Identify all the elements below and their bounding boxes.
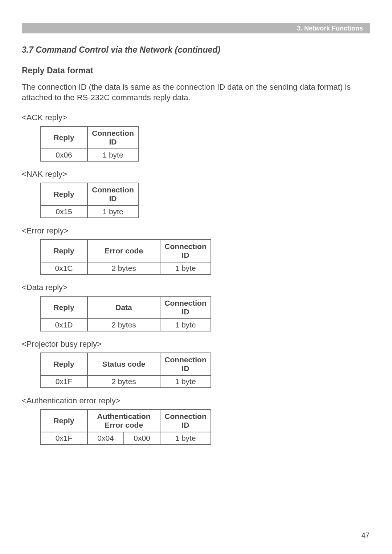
col-reply: Reply bbox=[40, 183, 87, 205]
col-auth-error-code: Authentication Error code bbox=[87, 410, 160, 432]
cell-conn-value: 1 byte bbox=[160, 432, 211, 444]
page-number: 47 bbox=[362, 531, 369, 539]
cell-conn-value: 1 byte bbox=[87, 149, 138, 161]
ack-label: <ACK reply> bbox=[22, 113, 370, 122]
cell-error-value: 2 bytes bbox=[87, 262, 160, 274]
table-row: 0x1F 0x04 0x00 1 byte bbox=[40, 432, 211, 444]
intro-text: The connection ID (the data is same as t… bbox=[22, 82, 370, 103]
chapter-label: 3. Network Functions bbox=[297, 25, 363, 32]
cell-conn-value: 1 byte bbox=[160, 375, 211, 388]
cell-reply-value: 0x06 bbox=[40, 149, 87, 161]
cell-conn-value: 1 byte bbox=[160, 262, 211, 274]
cell-conn-value: 1 byte bbox=[160, 319, 211, 331]
table-row: Reply Connection ID bbox=[40, 126, 138, 149]
table-row: Reply Data Connection ID bbox=[40, 296, 211, 319]
table-row: 0x1C 2 bytes 1 byte bbox=[40, 262, 211, 274]
section-subtitle: Reply Data format bbox=[22, 66, 370, 76]
table-row: Reply Authentication Error code Connecti… bbox=[40, 410, 211, 432]
cell-reply-value: 0x1F bbox=[40, 375, 87, 388]
data-label: <Data reply> bbox=[22, 283, 370, 292]
cell-reply-value: 0x15 bbox=[40, 205, 87, 218]
auth-block: <Authentication error reply> Reply Authe… bbox=[22, 396, 370, 445]
header-bar: 3. Network Functions bbox=[22, 23, 370, 33]
busy-label: <Projector busy reply> bbox=[22, 339, 370, 349]
col-reply: Reply bbox=[40, 353, 87, 375]
col-error-code: Error code bbox=[87, 240, 160, 262]
col-data: Data bbox=[87, 296, 160, 319]
ack-block: <ACK reply> Reply Connection ID 0x06 1 b… bbox=[22, 113, 370, 162]
col-reply: Reply bbox=[40, 240, 87, 262]
table-row: Reply Status code Connection ID bbox=[40, 353, 211, 375]
cell-status-value: 2 bytes bbox=[87, 375, 160, 388]
cell-auth-b1: 0x04 bbox=[87, 432, 124, 444]
table-row: 0x15 1 byte bbox=[40, 205, 138, 218]
table-row: 0x1D 2 bytes 1 byte bbox=[40, 319, 211, 331]
auth-table: Reply Authentication Error code Connecti… bbox=[40, 409, 211, 445]
ack-table: Reply Connection ID 0x06 1 byte bbox=[40, 126, 139, 162]
section-title: 3.7 Command Control via the Network (con… bbox=[22, 45, 370, 55]
table-row: 0x06 1 byte bbox=[40, 149, 138, 161]
col-reply: Reply bbox=[40, 126, 87, 149]
busy-table: Reply Status code Connection ID 0x1F 2 b… bbox=[40, 353, 211, 388]
page-container: 3. Network Functions 3.7 Command Control… bbox=[0, 0, 392, 554]
table-row: Reply Error code Connection ID bbox=[40, 240, 211, 262]
error-block: <Error reply> Reply Error code Connectio… bbox=[22, 226, 370, 275]
busy-block: <Projector busy reply> Reply Status code… bbox=[22, 339, 370, 388]
nak-block: <NAK reply> Reply Connection ID 0x15 1 b… bbox=[22, 170, 370, 218]
data-table: Reply Data Connection ID 0x1D 2 bytes 1 … bbox=[40, 296, 211, 331]
col-reply: Reply bbox=[40, 296, 87, 319]
error-table: Reply Error code Connection ID 0x1C 2 by… bbox=[40, 239, 211, 275]
table-row: Reply Connection ID bbox=[40, 183, 138, 205]
col-connection-id: Connection ID bbox=[160, 353, 211, 375]
col-reply: Reply bbox=[40, 410, 87, 432]
nak-label: <NAK reply> bbox=[22, 170, 370, 179]
cell-conn-value: 1 byte bbox=[87, 205, 138, 218]
nak-table: Reply Connection ID 0x15 1 byte bbox=[40, 183, 139, 218]
cell-auth-b2: 0x00 bbox=[124, 432, 160, 444]
auth-label: <Authentication error reply> bbox=[22, 396, 370, 406]
table-row: 0x1F 2 bytes 1 byte bbox=[40, 375, 211, 388]
cell-reply-value: 0x1F bbox=[40, 432, 87, 444]
cell-reply-value: 0x1C bbox=[40, 262, 87, 274]
col-connection-id: Connection ID bbox=[160, 410, 211, 432]
col-connection-id: Connection ID bbox=[87, 183, 138, 205]
col-connection-id: Connection ID bbox=[160, 240, 211, 262]
col-connection-id: Connection ID bbox=[87, 126, 138, 149]
data-block: <Data reply> Reply Data Connection ID 0x… bbox=[22, 283, 370, 331]
col-connection-id: Connection ID bbox=[160, 296, 211, 319]
cell-reply-value: 0x1D bbox=[40, 319, 87, 331]
cell-data-value: 2 bytes bbox=[87, 319, 160, 331]
error-label: <Error reply> bbox=[22, 226, 370, 236]
col-status-code: Status code bbox=[87, 353, 160, 375]
